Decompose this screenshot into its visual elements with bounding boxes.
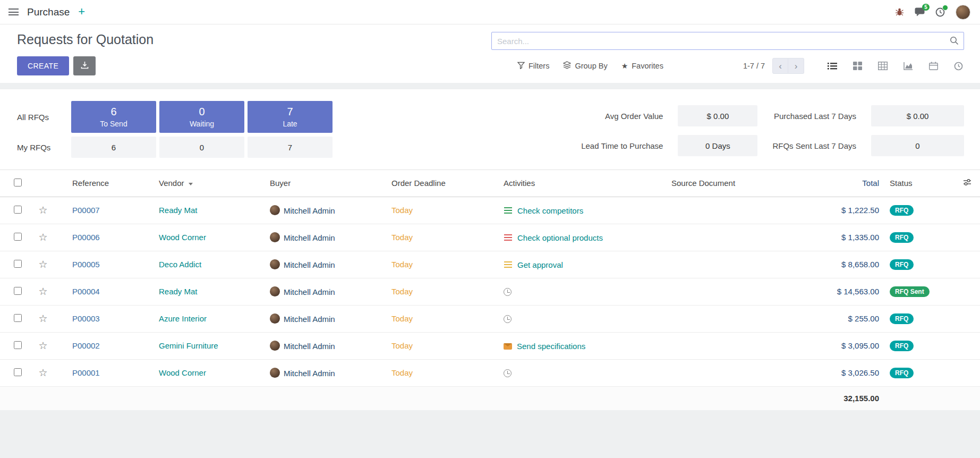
reference-link[interactable]: P00006 bbox=[72, 233, 100, 242]
total-amount: $ 3,095.00 bbox=[792, 332, 885, 359]
row-checkbox[interactable] bbox=[14, 233, 22, 241]
activity-icon[interactable] bbox=[504, 369, 512, 377]
pager-next-button[interactable] bbox=[788, 58, 804, 74]
buyer-avatar bbox=[270, 232, 280, 242]
row-checkbox[interactable] bbox=[14, 314, 22, 322]
pager-previous-button[interactable] bbox=[772, 58, 788, 74]
table-row[interactable]: P00007 Ready Mat Mitchell Admin Today Ch… bbox=[0, 197, 980, 224]
activity-icon[interactable] bbox=[504, 288, 512, 296]
calendar-view-icon[interactable] bbox=[928, 61, 939, 71]
export-button[interactable] bbox=[73, 56, 96, 75]
search-input[interactable] bbox=[491, 32, 964, 50]
search-icon[interactable] bbox=[950, 36, 959, 47]
column-header-buyer[interactable]: Buyer bbox=[262, 170, 387, 197]
activity-icon[interactable] bbox=[504, 315, 512, 323]
row-checkbox[interactable] bbox=[14, 287, 22, 295]
messages-icon[interactable]: 5 bbox=[915, 7, 925, 16]
total-amount: $ 3,026.50 bbox=[792, 359, 885, 386]
table-row[interactable]: P00001 Wood Corner Mitchell Admin Today … bbox=[0, 359, 980, 386]
status-badge: RFQ bbox=[890, 259, 914, 270]
reference-link[interactable]: P00003 bbox=[72, 314, 100, 323]
filters-button[interactable]: Filters bbox=[517, 62, 549, 71]
reference-link[interactable]: P00002 bbox=[72, 341, 100, 350]
table-row[interactable]: P00005 Deco Addict Mitchell Admin Today … bbox=[0, 251, 980, 278]
tile-waiting[interactable]: 0 Waiting bbox=[159, 101, 244, 133]
tile-to-send-count: 6 bbox=[110, 106, 116, 118]
buyer-name: Mitchell Admin bbox=[284, 341, 335, 350]
app-name[interactable]: Purchase bbox=[27, 6, 70, 18]
buyer-name: Mitchell Admin bbox=[284, 368, 335, 377]
kpi-avg-order-value: $ 0.00 bbox=[678, 105, 757, 126]
column-header-total[interactable]: Total bbox=[792, 170, 885, 197]
vendor-link[interactable]: Gemini Furniture bbox=[159, 341, 218, 350]
table-row[interactable]: P00002 Gemini Furniture Mitchell Admin T… bbox=[0, 332, 980, 359]
pivot-view-icon[interactable] bbox=[877, 61, 889, 71]
favorite-star-icon[interactable] bbox=[38, 206, 47, 215]
favorite-star-icon[interactable] bbox=[38, 260, 47, 269]
column-header-status[interactable]: Status bbox=[885, 170, 955, 197]
source-document bbox=[661, 359, 792, 386]
row-checkbox[interactable] bbox=[14, 341, 22, 349]
activities-clock-icon[interactable] bbox=[935, 7, 945, 17]
group-by-button[interactable]: Group By bbox=[563, 61, 607, 71]
row-checkbox[interactable] bbox=[14, 260, 22, 268]
activity-icon[interactable] bbox=[504, 260, 513, 269]
favorite-star-icon[interactable] bbox=[38, 342, 47, 351]
optional-columns-icon[interactable] bbox=[955, 170, 980, 197]
reference-link[interactable]: P00005 bbox=[72, 260, 100, 269]
create-button[interactable]: CREATE bbox=[17, 56, 69, 75]
row-checkbox[interactable] bbox=[14, 206, 22, 214]
vendor-link[interactable]: Azure Interior bbox=[159, 314, 207, 323]
favorite-star-icon[interactable] bbox=[38, 315, 47, 324]
tile-my-to-send[interactable]: 6 bbox=[71, 137, 156, 158]
activity-icon[interactable] bbox=[504, 206, 513, 215]
reference-link[interactable]: P00004 bbox=[72, 287, 100, 296]
tile-to-send[interactable]: 6 To Send bbox=[71, 101, 156, 133]
vendor-link[interactable]: Ready Mat bbox=[159, 206, 198, 215]
activity-label[interactable]: Get approval bbox=[517, 260, 563, 269]
activity-icon[interactable] bbox=[504, 343, 512, 350]
column-header-reference[interactable]: Reference bbox=[55, 170, 148, 197]
row-checkbox[interactable] bbox=[14, 368, 22, 376]
total-amount: $ 8,658.00 bbox=[792, 251, 885, 278]
new-tab-plus-icon[interactable] bbox=[78, 6, 85, 18]
list-view-icon[interactable] bbox=[826, 61, 838, 71]
tile-late[interactable]: 7 Late bbox=[248, 101, 333, 133]
favorites-button[interactable]: Favorites bbox=[621, 62, 663, 70]
vendor-link[interactable]: Deco Addict bbox=[159, 260, 201, 269]
select-all-checkbox[interactable] bbox=[14, 179, 22, 186]
activity-label[interactable]: Check competitors bbox=[517, 206, 583, 215]
column-header-activities[interactable]: Activities bbox=[501, 170, 661, 197]
graph-view-icon[interactable] bbox=[902, 61, 914, 71]
source-document bbox=[661, 197, 792, 224]
debug-bug-icon[interactable] bbox=[895, 7, 904, 16]
order-deadline: Today bbox=[391, 287, 413, 296]
reference-link[interactable]: P00001 bbox=[72, 368, 100, 377]
kanban-view-icon[interactable] bbox=[852, 61, 863, 71]
activity-label[interactable]: Send specifications bbox=[517, 342, 585, 351]
tile-my-late[interactable]: 7 bbox=[248, 137, 333, 158]
footer-total-sum: 32,155.00 bbox=[792, 386, 885, 410]
favorite-star-icon[interactable] bbox=[38, 369, 47, 378]
vendor-link[interactable]: Wood Corner bbox=[159, 368, 206, 377]
apps-menu-icon[interactable] bbox=[8, 9, 19, 15]
column-header-order-deadline[interactable]: Order Deadline bbox=[387, 170, 501, 197]
activity-view-icon[interactable] bbox=[953, 61, 964, 72]
table-row[interactable]: P00004 Ready Mat Mitchell Admin Today $ … bbox=[0, 278, 980, 305]
vendor-link[interactable]: Ready Mat bbox=[159, 287, 198, 296]
column-header-source-document[interactable]: Source Document bbox=[661, 170, 792, 197]
favorite-star-icon[interactable] bbox=[38, 287, 47, 296]
filter-funnel-icon bbox=[517, 62, 525, 71]
table-row[interactable]: P00003 Azure Interior Mitchell Admin Tod… bbox=[0, 305, 980, 332]
column-header-vendor[interactable]: Vendor bbox=[148, 170, 262, 197]
activity-icon[interactable] bbox=[504, 233, 513, 242]
user-avatar[interactable] bbox=[956, 5, 970, 20]
activity-label[interactable]: Check optional products bbox=[517, 233, 603, 242]
table-row[interactable]: P00006 Wood Corner Mitchell Admin Today … bbox=[0, 224, 980, 251]
vendor-link[interactable]: Wood Corner bbox=[159, 233, 206, 242]
total-amount: $ 14,563.00 bbox=[792, 278, 885, 305]
reference-link[interactable]: P00007 bbox=[72, 206, 100, 215]
favorite-star-icon[interactable] bbox=[38, 233, 47, 242]
tile-my-waiting[interactable]: 0 bbox=[159, 137, 244, 158]
control-panel: Requests for Quotation CREATE Filters bbox=[0, 24, 980, 83]
